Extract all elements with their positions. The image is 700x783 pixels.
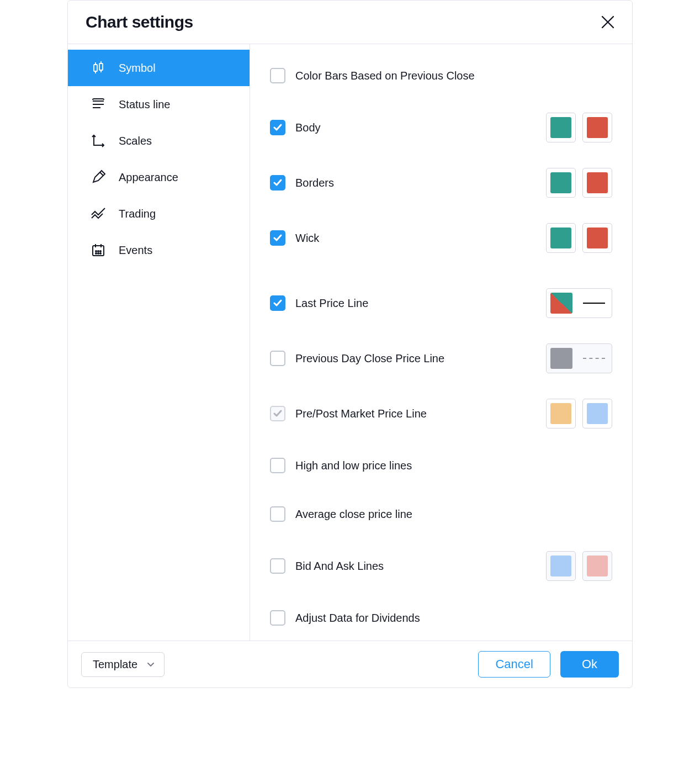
- label-prev-close: Previous Day Close Price Line: [295, 352, 444, 365]
- row-last-price-line: Last Price Line: [270, 288, 612, 318]
- template-label: Template: [93, 658, 137, 671]
- checkbox-bid-ask[interactable]: [270, 558, 285, 574]
- row-borders: Borders: [270, 168, 612, 198]
- ask-color[interactable]: [582, 551, 612, 581]
- borders-down-color[interactable]: [582, 168, 612, 198]
- sidebar-item-label: Scales: [119, 135, 152, 147]
- checkbox-color-prev-close[interactable]: [270, 68, 285, 83]
- close-icon: [601, 15, 615, 29]
- label-pre-post: Pre/Post Market Price Line: [295, 408, 427, 420]
- wick-up-color[interactable]: [546, 223, 576, 253]
- sidebar-item-status-line[interactable]: Status line: [68, 86, 250, 123]
- row-adj-dividends: Adjust Data for Dividends: [270, 606, 612, 629]
- borders-up-color[interactable]: [546, 168, 576, 198]
- checkbox-wick[interactable]: [270, 230, 285, 246]
- row-high-low: High and low price lines: [270, 454, 612, 477]
- row-prev-close: Previous Day Close Price Line: [270, 343, 612, 373]
- sidebar-item-scales[interactable]: Scales: [68, 123, 250, 159]
- label-body: Body: [295, 121, 321, 134]
- checkbox-body[interactable]: [270, 120, 285, 135]
- checkbox-pre-post[interactable]: [270, 406, 285, 421]
- settings-content: Color Bars Based on Previous Close Body …: [250, 44, 632, 641]
- label-last-price-line: Last Price Line: [295, 297, 368, 310]
- dialog-title: Chart settings: [86, 13, 193, 31]
- pre-post-color-b[interactable]: [582, 399, 612, 428]
- sidebar-item-label: Trading: [119, 208, 156, 220]
- label-color-prev-close: Color Bars Based on Previous Close: [295, 70, 475, 82]
- checkbox-prev-close[interactable]: [270, 351, 285, 366]
- row-wick: Wick: [270, 223, 612, 253]
- close-button[interactable]: [599, 13, 617, 31]
- dialog-header: Chart settings: [68, 1, 632, 44]
- body-down-color[interactable]: [582, 113, 612, 142]
- cancel-button[interactable]: Cancel: [478, 651, 550, 678]
- trend-icon: [90, 205, 107, 222]
- last-price-line-style[interactable]: [546, 288, 612, 318]
- template-dropdown[interactable]: Template: [81, 652, 165, 677]
- dialog-footer: Template Cancel Ok: [68, 641, 632, 687]
- checkbox-adj-dividends[interactable]: [270, 610, 285, 626]
- checkbox-avg-close[interactable]: [270, 506, 285, 522]
- checkbox-last-price-line[interactable]: [270, 295, 285, 311]
- svg-rect-0: [94, 65, 97, 71]
- ok-button[interactable]: Ok: [560, 651, 619, 678]
- wick-down-color[interactable]: [582, 223, 612, 253]
- axes-icon: [90, 133, 107, 149]
- svg-point-6: [96, 253, 97, 254]
- sidebar-item-appearance[interactable]: Appearance: [68, 159, 250, 195]
- chevron-down-icon: [146, 660, 155, 669]
- body-up-color[interactable]: [546, 113, 576, 142]
- row-color-prev-close: Color Bars Based on Previous Close: [270, 64, 612, 87]
- bid-color[interactable]: [546, 551, 576, 581]
- svg-point-5: [100, 251, 101, 252]
- sidebar-item-symbol[interactable]: Symbol: [68, 50, 250, 86]
- lines-icon: [90, 96, 107, 113]
- prev-close-line-style[interactable]: [546, 343, 612, 373]
- pencil-icon: [90, 169, 107, 186]
- label-borders: Borders: [295, 177, 334, 189]
- row-bid-ask: Bid And Ask Lines: [270, 551, 612, 581]
- svg-point-8: [100, 253, 101, 254]
- label-high-low: High and low price lines: [295, 459, 412, 472]
- sidebar-item-label: Symbol: [119, 62, 156, 75]
- sidebar-item-events[interactable]: Events: [68, 232, 250, 268]
- checkbox-high-low[interactable]: [270, 458, 285, 473]
- sidebar: Symbol Status line Scales: [68, 44, 250, 641]
- svg-point-3: [96, 251, 97, 252]
- sidebar-item-trading[interactable]: Trading: [68, 195, 250, 232]
- pre-post-color-a[interactable]: [546, 399, 576, 428]
- row-avg-close: Average close price line: [270, 502, 612, 526]
- label-wick: Wick: [295, 232, 319, 245]
- calendar-icon: [90, 242, 107, 258]
- row-body: Body: [270, 113, 612, 142]
- label-bid-ask: Bid And Ask Lines: [295, 560, 384, 573]
- dialog-body: Symbol Status line Scales: [68, 44, 632, 641]
- sidebar-item-label: Status line: [119, 98, 170, 111]
- checkbox-borders[interactable]: [270, 175, 285, 191]
- label-avg-close: Average close price line: [295, 508, 412, 521]
- svg-rect-1: [99, 64, 103, 70]
- chart-settings-dialog: Chart settings Symbol: [67, 0, 633, 688]
- sidebar-item-label: Events: [119, 244, 152, 257]
- svg-point-7: [98, 253, 99, 254]
- label-adj-dividends: Adjust Data for Dividends: [295, 612, 420, 625]
- sidebar-item-label: Appearance: [119, 171, 178, 184]
- svg-point-4: [98, 251, 99, 252]
- candles-icon: [90, 60, 107, 76]
- row-pre-post: Pre/Post Market Price Line: [270, 399, 612, 428]
